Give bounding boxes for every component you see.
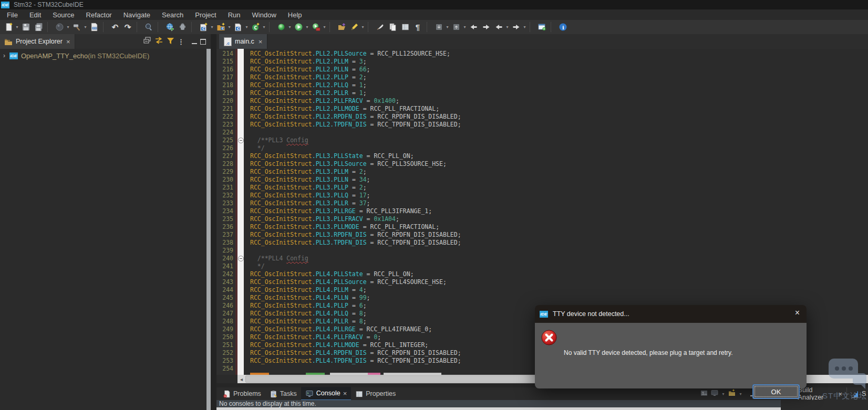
c-file-dropdown[interactable]: ▾ bbox=[244, 25, 249, 29]
tree-item-project[interactable]: › IDE OpenAMP_TTY_echo (in STM32CubeIDE) bbox=[3, 51, 206, 60]
tab-main-c[interactable]: .c main.c × bbox=[219, 34, 267, 49]
tab-project-explorer[interactable]: Project Explorer × bbox=[0, 34, 75, 49]
menu-item-project[interactable]: Project bbox=[189, 9, 222, 20]
menu-item-run[interactable]: Run bbox=[222, 9, 246, 20]
save-all-icon[interactable] bbox=[32, 20, 45, 34]
fold-collapse-icon[interactable] bbox=[238, 138, 244, 143]
scroll-left-icon[interactable]: ◂ bbox=[237, 376, 245, 382]
external-tools-icon[interactable] bbox=[309, 20, 322, 34]
code-line[interactable]: 227RCC_OscInitStruct.PLL3.PLLState = RCC… bbox=[216, 152, 868, 160]
copy-pages-icon[interactable] bbox=[386, 20, 399, 34]
build-dropdown[interactable]: ▾ bbox=[83, 25, 88, 29]
close-icon[interactable]: × bbox=[343, 390, 347, 397]
code-line[interactable]: 216RCC_OscInitStruct.PLL2.PLLN = 66; bbox=[216, 66, 868, 73]
open-console-dropdown[interactable]: ▾ bbox=[738, 392, 743, 396]
menu-item-help[interactable]: Help bbox=[282, 9, 308, 20]
new-c-file-icon[interactable]: C bbox=[197, 20, 210, 34]
run-icon[interactable] bbox=[292, 20, 305, 34]
open-console-icon[interactable] bbox=[728, 389, 736, 399]
new-c-file-dropdown[interactable]: ▾ bbox=[210, 25, 214, 29]
info-icon[interactable]: i bbox=[556, 20, 569, 34]
debug-icon[interactable] bbox=[275, 20, 287, 34]
open-console-log-icon[interactable] bbox=[700, 389, 708, 399]
code-line[interactable]: 223RCC_OscInitStruct.PLL2.TPDFN_DIS = RC… bbox=[216, 121, 868, 129]
marker-pen-dropdown[interactable]: ▾ bbox=[360, 25, 365, 29]
code-line[interactable]: 217RCC_OscInitStruct.PLL2.PLLP = 2; bbox=[216, 73, 868, 81]
menu-item-navigate[interactable]: Navigate bbox=[118, 9, 156, 20]
format-knife-icon[interactable] bbox=[374, 20, 386, 34]
expander-icon[interactable]: › bbox=[3, 52, 9, 59]
menu-item-source[interactable]: Source bbox=[47, 9, 80, 20]
binary-file-icon[interactable]: 010 bbox=[88, 20, 100, 34]
dialog-title-bar[interactable]: IDE TTY device not detected... × bbox=[535, 305, 807, 323]
run-dropdown[interactable]: ▾ bbox=[305, 25, 309, 29]
code-line[interactable]: 219RCC_OscInitStruct.PLL2.PLLR = 1; bbox=[216, 89, 868, 97]
back-icon[interactable] bbox=[492, 20, 505, 34]
goto-annotation-icon[interactable] bbox=[450, 20, 462, 34]
forward-icon[interactable] bbox=[510, 20, 522, 34]
code-line[interactable]: 243RCC_OscInitStruct.PLL4.PLLSource = RC… bbox=[216, 278, 868, 286]
view-menu-icon[interactable]: ⋮ bbox=[178, 38, 184, 45]
display-console-icon[interactable] bbox=[710, 389, 719, 399]
fold-collapse-icon[interactable] bbox=[238, 256, 244, 261]
marker-pen-icon[interactable] bbox=[348, 20, 360, 34]
screenshot-window-icon[interactable] bbox=[535, 20, 548, 34]
code-line[interactable]: 224 bbox=[216, 129, 868, 136]
filter-icon[interactable] bbox=[167, 37, 174, 47]
code-line[interactable]: 245RCC_OscInitStruct.PLL4.PLLN = 99; bbox=[216, 294, 868, 302]
new-c-project-dropdown[interactable]: ▾ bbox=[227, 25, 232, 29]
code-line[interactable]: 220RCC_OscInitStruct.PLL2.PLLFRACV = 0x1… bbox=[216, 97, 868, 105]
show-whitespace-icon[interactable]: ¶ bbox=[411, 20, 424, 34]
minimize-view-icon[interactable] bbox=[192, 39, 197, 44]
collapse-all-icon[interactable] bbox=[143, 36, 151, 47]
code-line[interactable]: 239 bbox=[216, 247, 868, 255]
console-scrollbar[interactable] bbox=[216, 407, 781, 410]
new-cpp-class-icon[interactable]: C bbox=[249, 20, 262, 34]
new-c-project-icon[interactable]: C bbox=[214, 20, 227, 34]
search-icon[interactable] bbox=[142, 20, 155, 34]
save-icon[interactable] bbox=[19, 20, 32, 34]
goto-annotation-dropdown[interactable]: ▾ bbox=[462, 25, 467, 29]
menu-item-edit[interactable]: Edit bbox=[24, 9, 47, 20]
new-file-dropdown[interactable]: ▾ bbox=[15, 25, 19, 29]
code-line[interactable]: 226 */ bbox=[216, 144, 868, 152]
last-edit-dropdown[interactable]: ▾ bbox=[445, 25, 450, 29]
menu-item-search[interactable]: Search bbox=[156, 9, 189, 20]
open-element-icon[interactable] bbox=[335, 20, 348, 34]
code-line[interactable]: 215RCC_OscInitStruct.PLL2.PLLM = 3; bbox=[216, 58, 868, 66]
code-line[interactable]: 222RCC_OscInitStruct.PLL2.RPDFN_DIS = RC… bbox=[216, 113, 868, 121]
previous-annotation-icon[interactable] bbox=[467, 20, 480, 34]
code-line[interactable]: 241 */ bbox=[216, 262, 868, 270]
tab-static-stack-analyzer[interactable]: S bbox=[846, 387, 868, 400]
code-line[interactable]: 221RCC_OscInitStruct.PLL2.PLLMODE = RCC_… bbox=[216, 105, 868, 113]
code-line[interactable]: 218RCC_OscInitStruct.PLL2.PLLQ = 1; bbox=[216, 81, 868, 89]
code-line[interactable]: 237RCC_OscInitStruct.PLL3.RPDFN_DIS = RC… bbox=[216, 231, 868, 239]
forward-dropdown[interactable]: ▾ bbox=[522, 25, 527, 29]
dialog-close-icon[interactable]: × bbox=[795, 308, 800, 318]
back-dropdown[interactable]: ▾ bbox=[505, 25, 510, 29]
list-view-icon[interactable] bbox=[399, 20, 411, 34]
code-line[interactable]: 244RCC_OscInitStruct.PLL4.PLLM = 4; bbox=[216, 286, 868, 294]
scrollbar-thumb[interactable] bbox=[245, 375, 583, 383]
code-line[interactable]: 229RCC_OscInitStruct.PLL3.PLLM = 2; bbox=[216, 168, 868, 176]
display-console-dropdown[interactable]: ▾ bbox=[721, 392, 726, 396]
last-edit-location-icon[interactable] bbox=[432, 20, 445, 34]
code-line[interactable]: 214RCC_OscInitStruct.PLL2.PLLSource = RC… bbox=[216, 50, 868, 58]
close-icon[interactable]: × bbox=[838, 390, 842, 398]
code-line[interactable]: 230RCC_OscInitStruct.PLL3.PLLN = 34; bbox=[216, 176, 868, 184]
code-line[interactable]: 242RCC_OscInitStruct.PLL4.PLLState = RCC… bbox=[216, 270, 868, 278]
maximize-view-icon[interactable] bbox=[200, 39, 206, 45]
launch-config-icon[interactable] bbox=[53, 20, 66, 34]
explorer-scrollbar[interactable] bbox=[206, 49, 211, 410]
update-globe-icon[interactable] bbox=[163, 20, 176, 34]
launch-config-dropdown[interactable]: ▾ bbox=[66, 25, 70, 29]
link-with-editor-icon[interactable] bbox=[154, 36, 163, 47]
code-line[interactable]: 231RCC_OscInitStruct.PLL3.PLLP = 2; bbox=[216, 184, 868, 192]
code-line[interactable]: 232RCC_OscInitStruct.PLL3.PLLQ = 17; bbox=[216, 192, 868, 199]
code-line[interactable]: 238RCC_OscInitStruct.PLL3.TPDFN_DIS = RC… bbox=[216, 239, 868, 247]
panel-divider[interactable] bbox=[211, 34, 216, 410]
undo-icon[interactable]: ↶ bbox=[109, 20, 121, 34]
c-file-icon[interactable]: C bbox=[232, 20, 244, 34]
new-cpp-class-dropdown[interactable]: ▾ bbox=[262, 25, 266, 29]
tab-problems[interactable]: Problems bbox=[219, 387, 265, 400]
